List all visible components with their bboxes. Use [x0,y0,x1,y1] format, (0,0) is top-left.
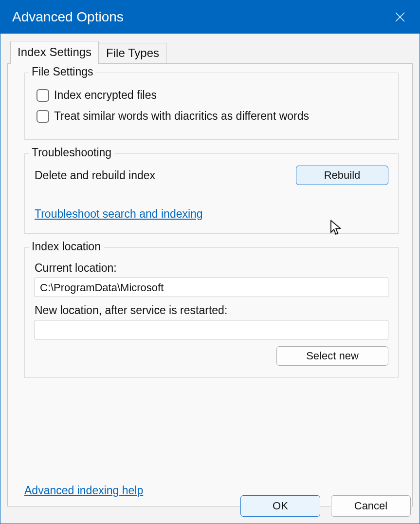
troubleshoot-search-link[interactable]: Troubleshoot search and indexing [35,207,203,220]
advanced-options-window: Advanced Options Index Settings File Typ… [0,0,420,524]
rebuild-button[interactable]: Rebuild [296,166,388,185]
file-settings-group: File Settings Index encrypted files Trea… [24,73,399,140]
tabstrip: Index Settings File Types [10,40,413,63]
advanced-indexing-help-link[interactable]: Advanced indexing help [24,484,143,497]
window-title: Advanced Options [12,9,124,25]
index-location-group: Index location Current location: C:\Prog… [24,247,399,378]
index-encrypted-label: Index encrypted files [54,89,157,102]
rebuild-index-label: Delete and rebuild index [35,169,155,182]
tab-file-types[interactable]: File Types [99,43,166,64]
close-button[interactable] [390,7,410,27]
new-location-label: New location, after service is restarted… [35,304,388,317]
index-location-legend: Index location [29,240,104,253]
diacritics-label: Treat similar words with diacritics as d… [54,110,309,123]
tabpanel-index-settings: File Settings Index encrypted files Trea… [7,63,413,506]
client-area: Index Settings File Types File Settings … [0,34,420,524]
dialog-button-row: OK Cancel [240,495,411,517]
titlebar: Advanced Options [0,0,420,34]
diacritics-row[interactable]: Treat similar words with diacritics as d… [37,110,388,123]
troubleshooting-legend: Troubleshooting [29,146,114,159]
tab-index-settings[interactable]: Index Settings [10,41,99,64]
diacritics-checkbox[interactable] [37,110,49,123]
index-encrypted-checkbox[interactable] [37,89,49,102]
close-icon [395,12,405,22]
index-encrypted-row[interactable]: Index encrypted files [37,89,388,102]
select-new-button[interactable]: Select new [276,346,388,366]
current-location-label: Current location: [35,262,388,275]
ok-button[interactable]: OK [240,495,320,517]
current-location-field[interactable]: C:\ProgramData\Microsoft [35,278,388,297]
troubleshooting-group: Troubleshooting Delete and rebuild index… [24,153,399,234]
new-location-field[interactable] [35,320,388,339]
file-settings-legend: File Settings [29,65,96,78]
cancel-button[interactable]: Cancel [331,495,411,517]
